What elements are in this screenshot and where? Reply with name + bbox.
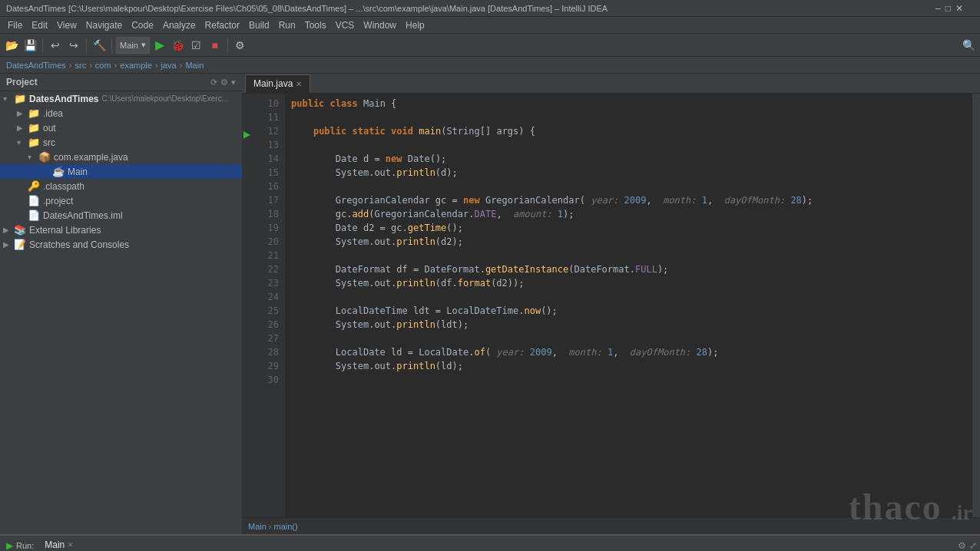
breadcrumb-item-java[interactable]: java — [161, 61, 177, 70]
code-line-25: LocalDateTime ldt = LocalDateTime.now(); — [291, 304, 966, 318]
menu-item-help[interactable]: Help — [401, 18, 429, 32]
breadcrumb-sep-4: › — [155, 61, 158, 70]
tree-arrow-src: ▾ — [17, 138, 28, 147]
menu-item-edit[interactable]: Edit — [27, 18, 52, 32]
run-button[interactable]: ▶ — [151, 37, 168, 54]
save-button[interactable]: 💾 — [22, 37, 38, 54]
tree-item-out[interactable]: ▶ 📁 out — [0, 120, 242, 135]
tree-item-external-libs[interactable]: ▶ 📚 External Libraries — [0, 223, 242, 237]
redo-button[interactable]: ↪ — [65, 37, 82, 54]
project-file-icon: 📄 — [28, 195, 40, 206]
tree-label-external-libs: External Libraries — [29, 225, 101, 236]
settings-button[interactable]: ⚙ — [232, 37, 249, 54]
stop-button[interactable]: ■ — [207, 37, 223, 54]
editor-scrollbar[interactable] — [972, 94, 980, 517]
tree-item-idea[interactable]: ▶ 📁 .idea — [0, 106, 242, 120]
src-folder-icon: 📁 — [28, 137, 40, 148]
run-gutter-12[interactable]: ▶ — [243, 127, 253, 141]
sidebar-sync-icon[interactable]: ⟳ — [210, 78, 217, 87]
code-line-19: Date d2 = gc.getTime(); — [291, 221, 966, 235]
run-label: ▶ Run: — [3, 539, 37, 552]
sidebar-settings-icon[interactable]: ⚙ — [220, 78, 228, 87]
breadcrumb-item-example[interactable]: example — [120, 61, 152, 70]
code-line-12: public static void main(String[] args) { — [291, 124, 966, 138]
package-icon: 📦 — [38, 151, 51, 163]
debug-button[interactable]: 🐞 — [170, 37, 187, 54]
menu-item-analyze[interactable]: Analyze — [158, 18, 200, 32]
toolbar: 📂 💾 ↩ ↪ 🔨 Main ▾ ▶ 🐞 ☑ ■ ⚙ 🔍 — [0, 34, 980, 57]
file-open-button[interactable]: 📂 — [3, 37, 20, 54]
menu-item-file[interactable]: File — [3, 18, 27, 32]
editor-footer-main: Main — [248, 522, 267, 531]
tree-label-out: out — [43, 123, 56, 134]
build-button[interactable]: 🔨 — [91, 37, 108, 54]
tab-close-main-java[interactable]: ✕ — [296, 80, 302, 88]
bottom-tab-main-close[interactable]: ✕ — [68, 541, 74, 549]
close-button[interactable]: ✕ — [955, 3, 963, 14]
tree-path-datesandtimes: C:\Users\malekpour\Desktop\Exerc... — [101, 94, 228, 103]
breadcrumb-item-datesandtimes[interactable]: DatesAndTimes — [6, 61, 66, 70]
tree-item-datesandtimes[interactable]: ▾ 📁 DatesAndTimes C:\Users\malekpour\Des… — [0, 91, 242, 106]
code-line-11 — [291, 111, 966, 124]
run-config-dropdown[interactable]: Main ▾ — [116, 37, 150, 54]
code-area[interactable]: public class Main { public static void m… — [285, 94, 972, 517]
separator-1 — [42, 38, 43, 52]
breadcrumb-sep-5: › — [180, 61, 183, 70]
menu-item-vcs[interactable]: VCS — [331, 18, 359, 32]
minimize-button[interactable]: – — [935, 3, 941, 14]
tree-item-scratches[interactable]: ▶ 📝 Scratches and Consoles — [0, 237, 242, 252]
bottom-settings-icon[interactable]: ⚙ — [958, 540, 966, 551]
sidebar-gear-icon[interactable]: ▾ — [231, 78, 236, 87]
menu-item-build[interactable]: Build — [244, 18, 274, 32]
search-button[interactable]: 🔍 — [960, 37, 977, 54]
bottom-tab-main-label: Main — [45, 539, 65, 550]
breadcrumb-sep-3: › — [114, 61, 118, 70]
code-line-30 — [291, 373, 966, 387]
scratches-icon: 📝 — [14, 239, 26, 250]
tree-item-package[interactable]: ▾ 📦 com.example.java — [0, 150, 242, 164]
classpath-icon: 🔑 — [28, 180, 40, 192]
code-line-14: Date d = new Date(); — [291, 152, 966, 166]
tree-item-src[interactable]: ▾ 📁 src — [0, 135, 242, 150]
undo-button[interactable]: ↩ — [47, 37, 64, 54]
tree-item-iml[interactable]: 📄 DatesAndTimes.iml — [0, 208, 242, 223]
run-arrow-12[interactable]: ▶ — [243, 129, 250, 140]
menu-item-run[interactable]: Run — [274, 18, 300, 32]
menu-item-refactor[interactable]: Refactor — [200, 18, 244, 32]
menu-item-tools[interactable]: Tools — [300, 18, 331, 32]
code-line-26: System.out.println(ldt); — [291, 318, 966, 332]
menu-item-navigate[interactable]: Navigate — [81, 18, 127, 32]
bottom-expand-icon[interactable]: ⤢ — [969, 540, 977, 551]
breadcrumb: DatesAndTimes › src › com › example › ja… — [0, 57, 980, 74]
code-line-23: System.out.println(df.format(d2)); — [291, 276, 966, 290]
tree-item-project-file[interactable]: 📄 .project — [0, 193, 242, 208]
breadcrumb-item-com[interactable]: com — [95, 61, 111, 70]
side-panel-wrapper: Project ⟳ ⚙ ▾ ▾ 📁 DatesAndTimes C:\Users… — [0, 74, 242, 534]
bottom-tab-main[interactable]: Main ✕ — [37, 538, 81, 552]
out-folder-icon: 📁 — [28, 122, 40, 134]
menu-item-view[interactable]: View — [52, 18, 81, 32]
code-line-24 — [291, 290, 966, 304]
tree-label-classpath: .classpath — [43, 181, 84, 192]
tree-arrow-out: ▶ — [17, 124, 28, 132]
breadcrumb-sep-2: › — [89, 61, 92, 70]
tree-item-classpath[interactable]: 🔑 .classpath — [0, 179, 242, 193]
code-line-21 — [291, 249, 966, 262]
breadcrumb-item-main[interactable]: Main — [185, 61, 204, 70]
editor[interactable]: ▶ — [242, 94, 980, 517]
breadcrumb-sep-1: › — [69, 61, 72, 70]
sidebar-header: Project ⟳ ⚙ ▾ — [0, 74, 242, 91]
tree-item-main[interactable]: ☕ Main — [0, 164, 242, 179]
run-with-coverage-button[interactable]: ☑ — [188, 37, 205, 54]
menu-item-window[interactable]: Window — [359, 18, 401, 32]
maximize-button[interactable]: □ — [945, 3, 951, 14]
breadcrumb-item-src[interactable]: src — [75, 61, 87, 70]
sidebar-header-icons: ⟳ ⚙ ▾ — [210, 78, 236, 87]
code-line-18: gc.add(GregorianCalendar.DATE, amount: 1… — [291, 207, 966, 221]
menu-item-code[interactable]: Code — [127, 18, 158, 32]
code-line-20: System.out.println(d2); — [291, 235, 966, 249]
iml-icon: 📄 — [28, 210, 40, 221]
separator-2 — [86, 38, 87, 52]
tab-main-java[interactable]: Main.java ✕ — [245, 74, 310, 93]
sidebar-title: Project — [6, 77, 38, 87]
